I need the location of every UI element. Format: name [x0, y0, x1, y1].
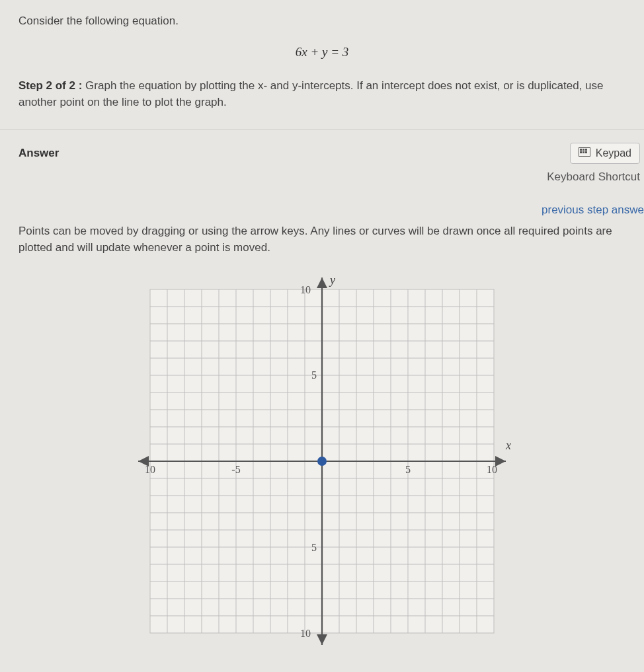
x-axis-label: x	[505, 439, 511, 452]
keyboard-shortcut-link[interactable]: Keyboard Shortcut	[0, 170, 644, 184]
prompt-text: Consider the following equation.	[19, 15, 625, 28]
answer-row: Answer Keypad	[0, 130, 644, 167]
x-tick-neg5: -5	[231, 464, 240, 475]
plotted-point[interactable]	[317, 457, 327, 466]
y-axis-label: y	[329, 274, 335, 287]
keypad-icon	[579, 147, 590, 159]
svg-rect-4	[580, 151, 582, 153]
previous-step-link[interactable]: previous step answe	[0, 204, 644, 217]
question-block: Consider the following equation. 6x + y …	[0, 0, 644, 117]
svg-rect-5	[583, 151, 584, 153]
equation: 6x + y = 3	[19, 45, 625, 59]
svg-rect-6	[585, 151, 587, 153]
step-label: Step 2 of 2 :	[19, 79, 82, 92]
svg-rect-3	[585, 149, 587, 151]
x-tick-neg10: 10	[145, 464, 155, 475]
keypad-button-label: Keypad	[596, 147, 631, 159]
y-tick-pos5: 5	[311, 369, 317, 381]
keypad-button[interactable]: Keypad	[570, 143, 640, 164]
step-instructions: Step 2 of 2 : Graph the equation by plot…	[19, 78, 625, 110]
answer-label: Answer	[19, 147, 59, 160]
x-tick-pos10: 10	[487, 464, 497, 475]
y-tick-pos10: 10	[300, 284, 311, 295]
graph-instructions: Points can be moved by dragging or using…	[0, 217, 644, 261]
arrow-up-icon	[317, 278, 327, 288]
svg-rect-1	[580, 149, 582, 151]
x-tick-pos5: 5	[405, 464, 411, 475]
graph-container: 10 -5 5 10 10 5 5 10 x y	[0, 263, 644, 650]
coordinate-plane[interactable]: 10 -5 5 10 10 5 5 10 x y	[124, 263, 520, 650]
step-text: Graph the equation by plotting the x- an…	[19, 79, 604, 108]
y-tick-neg10: 10	[300, 628, 311, 639]
arrow-down-icon	[317, 634, 327, 645]
svg-rect-2	[583, 149, 584, 151]
y-tick-neg5: 5	[311, 542, 317, 553]
